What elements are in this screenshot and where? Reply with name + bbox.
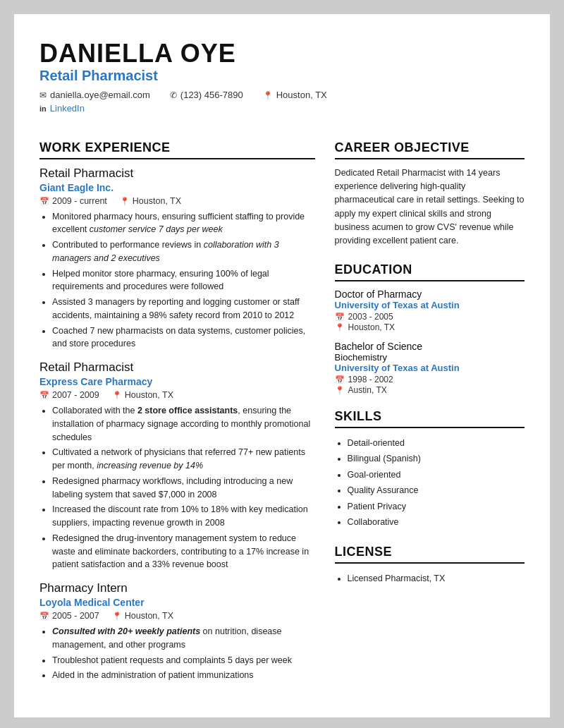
edu-dates-row-2: 1998 - 2002 bbox=[335, 375, 525, 384]
company-name-3: Loyola Medical Center bbox=[39, 597, 315, 608]
dates-value-2: 2007 - 2009 bbox=[52, 390, 99, 400]
dates-value-3: 2005 - 2007 bbox=[52, 611, 99, 621]
edu-entry-1: Doctor of Pharmacy University of Texas a… bbox=[335, 289, 525, 332]
license-title: LICENSE bbox=[335, 545, 525, 564]
edu-pin-icon-2 bbox=[335, 385, 345, 395]
job-bullets-2: Collaborated with the 2 store office ass… bbox=[39, 404, 315, 571]
email-item: daniella.oye@email.com bbox=[39, 90, 150, 100]
cal-icon-1 bbox=[39, 196, 49, 206]
phone-icon bbox=[170, 90, 177, 100]
edu-dates-2: 1998 - 2002 bbox=[348, 375, 393, 384]
linkedin-icon bbox=[39, 103, 47, 114]
job-dates-1: 2009 - current bbox=[39, 196, 107, 206]
skill-5: Patient Privacy bbox=[348, 499, 525, 515]
bullet-3-3: Aided in the administration of patient i… bbox=[52, 669, 315, 682]
email-value: daniella.oye@email.com bbox=[50, 90, 150, 100]
cal-icon-2 bbox=[39, 390, 49, 400]
location-item: Houston, TX bbox=[263, 90, 327, 100]
job-bullets-1: Monitored pharmacy hours, ensuring suffi… bbox=[39, 210, 315, 351]
job-entry-2: Retail Pharmacist Express Care Pharmacy … bbox=[39, 360, 315, 571]
candidate-name: DANIELLA OYE bbox=[39, 40, 525, 68]
bullet-1-4: Assisted 3 managers by reporting and log… bbox=[52, 296, 315, 322]
header-section: DANIELLA OYE Retail Pharmacist daniella.… bbox=[39, 40, 525, 114]
license-1: Licensed Pharmacist, TX bbox=[348, 571, 525, 587]
bullet-2-4: Increased the discount rate from 10% to … bbox=[52, 503, 315, 530]
linkedin-row: LinkedIn bbox=[39, 103, 525, 114]
edu-field-2: Biochemistry bbox=[335, 352, 525, 363]
license-list: Licensed Pharmacist, TX bbox=[335, 571, 525, 587]
job-location-2: Houston, TX bbox=[112, 390, 173, 400]
edu-loc-row-1: Houston, TX bbox=[335, 322, 525, 332]
bullet-2-2: Cultivated a network of physicians that … bbox=[52, 446, 315, 473]
job-entry-1: Retail Pharmacist Giant Eagle Inc. 2009 … bbox=[39, 166, 315, 351]
phone-value: (123) 456-7890 bbox=[180, 90, 243, 100]
phone-item: (123) 456-7890 bbox=[170, 90, 243, 100]
job-bullets-3: Consulted with 20+ weekly patients on nu… bbox=[39, 625, 315, 682]
job-meta-1: 2009 - current Houston, TX bbox=[39, 196, 315, 206]
edu-pin-icon-1 bbox=[335, 322, 345, 332]
job-meta-3: 2005 - 2007 Houston, TX bbox=[39, 611, 315, 621]
edu-entry-2: Bachelor of Science Biochemistry Univers… bbox=[335, 341, 525, 395]
pin-icon-2 bbox=[112, 390, 122, 400]
linkedin-link[interactable]: LinkedIn bbox=[50, 103, 85, 114]
bullet-3-2: Troubleshot patient requests and complai… bbox=[52, 654, 315, 667]
edu-school-2: University of Texas at Austin bbox=[335, 363, 525, 373]
bullet-2-1: Collaborated with the 2 store office ass… bbox=[52, 404, 315, 444]
location-value-1: Houston, TX bbox=[133, 196, 181, 206]
skill-3: Goal-oriented bbox=[348, 467, 525, 483]
edu-dates-row-1: 2003 - 2005 bbox=[335, 312, 525, 322]
candidate-role: Retail Pharmacist bbox=[39, 68, 525, 84]
job-title-2: Retail Pharmacist bbox=[39, 360, 315, 375]
bullet-3-1: Consulted with 20+ weekly patients on nu… bbox=[52, 625, 315, 652]
skills-list: Detail-oriented Bilingual (Spanish) Goal… bbox=[335, 435, 525, 530]
bullet-1-1: Monitored pharmacy hours, ensuring suffi… bbox=[52, 210, 315, 237]
job-meta-2: 2007 - 2009 Houston, TX bbox=[39, 390, 315, 400]
location-icon bbox=[263, 90, 273, 100]
job-title-3: Pharmacy Intern bbox=[39, 581, 315, 595]
job-dates-2: 2007 - 2009 bbox=[39, 390, 99, 400]
main-body: WORK EXPERIENCE Retail Pharmacist Giant … bbox=[39, 126, 525, 693]
edu-meta-2: 1998 - 2002 Austin, TX bbox=[335, 375, 525, 395]
bullet-1-3: Helped monitor store pharmacy, ensuring … bbox=[52, 267, 315, 294]
edu-dates-1: 2003 - 2005 bbox=[348, 312, 393, 322]
email-icon bbox=[39, 90, 47, 100]
skill-1: Detail-oriented bbox=[348, 435, 525, 451]
edu-meta-1: 2003 - 2005 Houston, TX bbox=[335, 312, 525, 332]
linkedin-item: LinkedIn bbox=[39, 103, 85, 114]
edu-loc-row-2: Austin, TX bbox=[335, 385, 525, 395]
location-value-3: Houston, TX bbox=[125, 611, 173, 621]
edu-school-1: University of Texas at Austin bbox=[335, 300, 525, 310]
job-location-1: Houston, TX bbox=[120, 196, 181, 206]
skill-6: Collaborative bbox=[348, 514, 525, 530]
objective-text: Dedicated Retail Pharmacist with 14 year… bbox=[335, 166, 525, 248]
company-name-2: Express Care Pharmacy bbox=[39, 376, 315, 387]
company-name-1: Giant Eagle Inc. bbox=[39, 182, 315, 193]
pin-icon-3 bbox=[112, 611, 122, 621]
edu-degree-1: Doctor of Pharmacy bbox=[335, 289, 525, 300]
bullet-2-5: Redesigned the drug-inventory management… bbox=[52, 532, 315, 571]
education-title: EDUCATION bbox=[335, 262, 525, 281]
job-dates-3: 2005 - 2007 bbox=[39, 611, 99, 621]
edu-cal-icon-1 bbox=[335, 312, 345, 322]
right-column: CAREER OBJECTIVE Dedicated Retail Pharma… bbox=[335, 126, 525, 693]
skill-4: Quality Assurance bbox=[348, 483, 525, 499]
resume-container: DANIELLA OYE Retail Pharmacist daniella.… bbox=[14, 14, 550, 717]
location-value-2: Houston, TX bbox=[125, 390, 173, 400]
contact-row: daniella.oye@email.com (123) 456-7890 Ho… bbox=[39, 90, 525, 100]
skills-title: SKILLS bbox=[335, 409, 525, 428]
bullet-1-2: Contributed to performance reviews in co… bbox=[52, 238, 315, 265]
job-entry-3: Pharmacy Intern Loyola Medical Center 20… bbox=[39, 581, 315, 682]
left-column: WORK EXPERIENCE Retail Pharmacist Giant … bbox=[39, 126, 315, 693]
edu-location-1: Houston, TX bbox=[348, 322, 395, 332]
edu-degree-2: Bachelor of Science bbox=[335, 341, 525, 352]
edu-cal-icon-2 bbox=[335, 375, 345, 384]
work-experience-title: WORK EXPERIENCE bbox=[39, 140, 315, 159]
skill-2: Bilingual (Spanish) bbox=[348, 451, 525, 467]
job-title-1: Retail Pharmacist bbox=[39, 166, 315, 181]
career-objective-title: CAREER OBJECTIVE bbox=[335, 140, 525, 159]
bullet-2-3: Redesigned pharmacy workflows, including… bbox=[52, 475, 315, 502]
dates-value-1: 2009 - current bbox=[52, 196, 107, 206]
pin-icon-1 bbox=[120, 196, 130, 206]
job-location-3: Houston, TX bbox=[112, 611, 173, 621]
cal-icon-3 bbox=[39, 611, 49, 621]
